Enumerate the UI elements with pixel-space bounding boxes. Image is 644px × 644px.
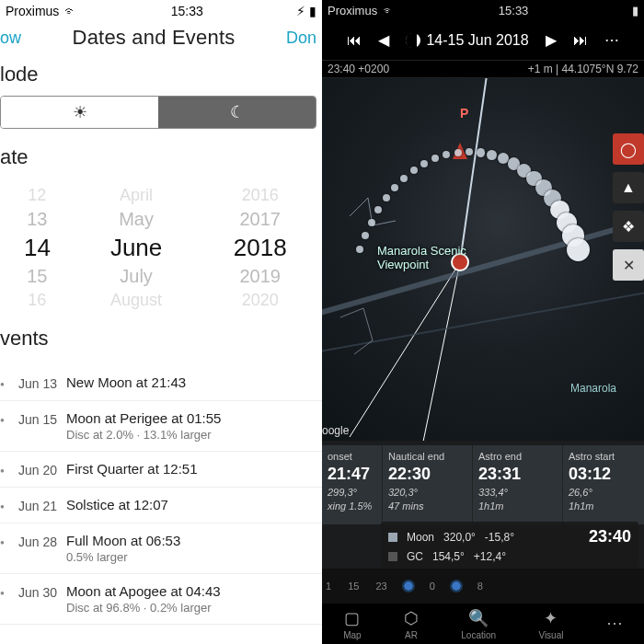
tab-bar: ▢Map ⬡AR 🔍Location ✦Visual ⋯ [322,604,644,644]
moon-position-dot [368,219,375,226]
done-button[interactable]: Don [286,29,316,48]
readout-az: 320,0° [443,531,476,544]
mountain-tool-icon[interactable]: ▲ [613,172,644,203]
moon-position-dot [567,238,590,261]
events-list[interactable]: ●Jun 13 New Moon at 21:43●Jun 15 Moon at… [0,360,322,625]
card-az: 26,6° [569,487,644,498]
first-button[interactable]: ⏮ [347,32,362,49]
event-date: Jun 30 [9,583,66,600]
moon-icon: ☾ [230,102,245,122]
coords: +1 m | 44.1075°N 9.72 [528,63,638,75]
satellite-tool-icon[interactable]: ✕ [613,249,644,281]
gc-swatch [388,552,397,561]
picker-month[interactable]: April May June July August [75,186,199,310]
picker-day[interactable]: 12 13 14 15 16 [0,186,75,310]
date-picker[interactable]: 12 13 14 15 16 April May June July Augus… [0,178,322,323]
card-head: onset [328,451,376,462]
body-readout[interactable]: Moon 320,0° -15,8° 23:40 GC 154,5° +12,4… [381,522,638,569]
sun-card[interactable]: Astro end 23:31 333,4° 1h1m [473,445,563,524]
event-title: New Moon at 21:43 [66,374,322,390]
event-date: Jun 21 [9,497,66,513]
readout-time: 23:40 [589,527,631,546]
layers-tool-icon[interactable]: ❖ [613,211,644,242]
card-time: 21:47 [328,465,376,484]
event-title: First Quarter at 12:51 [66,461,322,477]
card-az: 333,4° [478,487,557,498]
segment-sun[interactable]: ☀ [1,97,158,128]
map-credit: oogle [322,424,349,437]
segment-moon[interactable]: ☾ [158,97,316,128]
sun-icon: ☀ [73,102,87,122]
tab-location[interactable]: 🔍Location [461,608,496,640]
card-head: Astro end [478,451,557,462]
card-time: 03:12 [569,465,644,484]
sun-card[interactable]: onset 21:47 299,3° xing 1.5% [322,445,383,524]
event-title: Moon at Apogee at 04:43 [66,583,322,599]
card-time: 23:31 [478,465,557,484]
date-heading: ate [0,142,322,178]
menu-button[interactable]: ⋯ [604,31,619,49]
p-marker: P [460,106,468,121]
event-row[interactable]: ●Jun 20 First Quarter at 12:51 [0,452,322,488]
dates-events-panel: Proximus ᯤ 15:33 ⚡︎ ▮ ow Dates and Event… [0,0,322,644]
status-tray: ▮ [632,4,638,17]
card-head: Nautical end [388,451,466,462]
event-date: Jun 15 [9,410,66,427]
card-dur: xing 1.5% [328,500,376,512]
event-row[interactable]: ●Jun 13 New Moon at 21:43 [0,365,322,401]
sparkle-icon: ✦ [544,608,558,628]
card-dur: 1h1m [569,500,644,512]
more-icon: ⋯ [606,613,623,633]
search-icon: 🔍 [468,608,489,628]
carrier-label: Proximus [6,4,59,18]
timeline[interactable]: 1 15 23 0 8 [322,569,644,604]
sun-card[interactable]: Astro start 03:12 26,6° 1h1m [563,445,644,524]
clock-offset: 23:40 +0200 [328,63,389,75]
nav-bar: ow Dates and Events Don [0,22,322,59]
back-button[interactable]: ow [0,29,21,48]
svg-line-1 [423,262,460,441]
event-date: Jun 13 [9,374,66,391]
sun-card[interactable]: Nautical end 22:30 320,3° 47 mins [383,445,473,524]
carrier-label: Proximus [328,4,377,17]
event-row[interactable]: ●Jun 15 Moon at Perigee at 01:55Disc at … [0,401,322,452]
readout-az: 154,5° [432,550,465,563]
tab-map[interactable]: ▢Map [343,608,361,640]
event-row[interactable]: ●Jun 21 Solstice at 12:07 [0,488,322,523]
map-view[interactable]: P Manarola Scenic Viewpoint Manarola oog… [322,78,644,441]
event-row[interactable]: ●Jun 30 Moon at Apogee at 04:43Disc at 9… [0,574,322,625]
card-dur: 47 mins [388,500,466,512]
prev-button[interactable]: ◀ [378,31,389,49]
sun-event-cards[interactable]: onset 21:47 299,3° xing 1.5%Nautical end… [322,445,644,524]
tab-visual[interactable]: ✦Visual [538,608,563,640]
readout-name: GC [407,550,423,563]
info-bar: 23:40 +0200 +1 m | 44.1075°N 9.72 [322,61,644,78]
tab-ar[interactable]: ⬡AR [404,608,419,640]
pin-tool-icon[interactable]: ◯ [613,133,644,165]
picker-year[interactable]: 2016 2017 2018 2019 2020 [198,186,322,310]
event-sub: 0.5% larger [66,548,322,564]
event-date: Jun 20 [9,461,66,477]
wifi-icon: ᯤ [64,4,77,18]
moon-position-dot [362,232,369,239]
cube-icon: ⬡ [404,608,419,628]
event-title: Moon at Perigee at 01:55 [66,410,322,426]
last-button[interactable]: ⏭ [573,32,588,49]
event-sub: Disc at 2.0% · 13.1% larger [66,426,322,442]
card-az: 299,3° [328,487,376,498]
moon-position-dot [466,148,473,155]
card-time: 22:30 [388,465,466,484]
timeline-marker[interactable] [404,581,413,591]
event-row[interactable]: ●Jun 28 Full Moon at 06:530.5% larger [0,523,322,574]
card-dur: 1h1m [478,500,557,512]
date-label[interactable]: 14-15 Jun 2018 [406,32,528,49]
timeline-marker[interactable] [452,581,461,591]
status-tray: ⚡︎ ▮ [296,4,316,18]
mode-segment[interactable]: ☀ ☾ [0,96,316,129]
tab-more[interactable]: ⋯ [606,613,623,635]
map-tools: ◯ ▲ ❖ ✕ [613,133,644,281]
map-icon: ▢ [344,608,360,628]
mode-heading: lode [0,59,322,96]
next-button[interactable]: ▶ [546,31,557,49]
event-sub: Disc at 96.8% · 0.2% larger [66,599,322,615]
